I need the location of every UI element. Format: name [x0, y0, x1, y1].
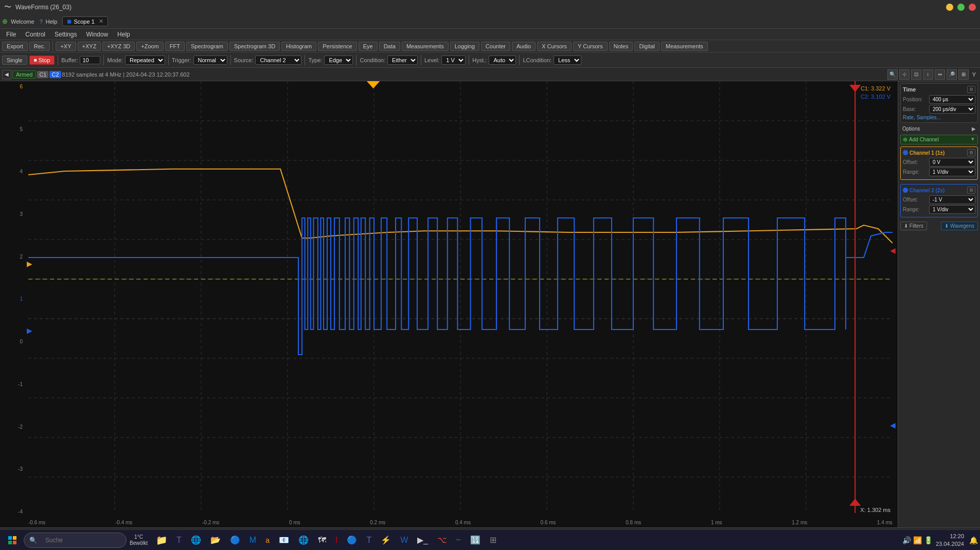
xcursors-btn[interactable]: X Cursors: [537, 42, 572, 51]
menu-help[interactable]: Help: [113, 30, 134, 39]
time-settings-btn[interactable]: ⚙: [967, 86, 975, 93]
condition-select[interactable]: Either: [387, 56, 418, 65]
start-btn[interactable]: [2, 531, 23, 549]
taskbar-teams-btn[interactable]: T: [172, 531, 186, 549]
cursor-h-btn[interactable]: ⇔: [935, 69, 945, 80]
taskbar-waveforms-btn[interactable]: ~: [452, 531, 465, 549]
maximize-btn[interactable]: [957, 4, 965, 11]
xyz3d-btn[interactable]: +XYZ 3D: [102, 42, 135, 51]
taskbar-edge-btn[interactable]: 🌐: [187, 531, 205, 549]
taskbar-clock: 12:20 23.04.2024: [936, 533, 966, 547]
menu-file[interactable]: File: [2, 30, 20, 39]
type-select[interactable]: Edge: [324, 56, 353, 65]
menu-window[interactable]: Window: [82, 30, 112, 39]
channel2-panel: Channel 2 (2±) ⚙ Offset: -1 V Range: 1 V…: [900, 184, 978, 217]
position-select[interactable]: 400 μs: [929, 95, 975, 104]
taskbar-terminal-btn[interactable]: ▶_: [413, 531, 432, 549]
ch1-offset-select[interactable]: 0 V: [929, 158, 975, 167]
taskbar-fileexplorer-btn[interactable]: 📁: [152, 531, 171, 549]
oscilloscope-plot[interactable]: 6 5 4 3 2 1 0 -1 -2 -3 -4 ▶ ▶: [0, 81, 898, 527]
add-channel-btn[interactable]: ⊕ Add Channel ▼: [900, 135, 978, 144]
audio-btn[interactable]: Audio: [512, 42, 536, 51]
counter-btn[interactable]: Counter: [481, 42, 510, 51]
ch1-range-select[interactable]: 1 V/div: [929, 168, 975, 176]
taskbar-git-btn[interactable]: ⌥: [433, 531, 451, 549]
zoom-btn[interactable]: +Zoom: [136, 42, 164, 51]
nav-left-btn[interactable]: ◀: [2, 70, 11, 79]
options-label: Options: [902, 126, 920, 132]
taskbar-vs-btn[interactable]: ⚡: [377, 531, 395, 549]
scope-tab[interactable]: ◼ Scope 1 ✕: [62, 16, 108, 26]
logging-btn[interactable]: Logging: [450, 42, 479, 51]
zoom-out-btn[interactable]: 🔎: [947, 69, 957, 80]
spectrogram-btn[interactable]: Spectrogram: [186, 42, 228, 51]
minimize-btn[interactable]: [946, 4, 953, 11]
taskbar-amazon-btn[interactable]: a: [261, 531, 274, 549]
taskbar-maps-btn[interactable]: 🗺: [314, 531, 330, 549]
close-btn[interactable]: [969, 4, 976, 11]
search-container[interactable]: 🔍: [24, 533, 127, 548]
welcome-btn[interactable]: ⊕ Welcome: [2, 17, 34, 25]
taskbar-mvp-btn[interactable]: M: [245, 531, 260, 549]
taskbar: 🔍 1°C Bewölkt 📁 T 🌐 📂 🔵 M a 📧 🌐 🗺 I 🔵 T …: [0, 529, 980, 550]
ch2-range-select[interactable]: 1 V/div: [929, 205, 975, 214]
y-label-2: 2: [1, 254, 25, 260]
histogram-btn[interactable]: Histogram: [281, 42, 316, 51]
menu-settings[interactable]: Settings: [50, 30, 81, 39]
xyz-btn[interactable]: +XYZ: [78, 42, 101, 51]
single-btn[interactable]: Single: [2, 56, 27, 65]
ch2-settings-btn[interactable]: ⚙: [967, 187, 975, 194]
ch2-offset-select[interactable]: -1 V: [929, 195, 975, 204]
taskbar-chrome3-btn[interactable]: 🔵: [343, 531, 361, 549]
persistence-btn[interactable]: Persistence: [318, 42, 357, 51]
select-btn[interactable]: ⊹: [899, 69, 910, 80]
taskbar-chrome-btn[interactable]: 🔵: [226, 531, 244, 549]
level-select[interactable]: 1 V: [441, 56, 466, 65]
xy-btn[interactable]: +XY: [56, 42, 76, 51]
spectrogram3d-btn[interactable]: Spectrogram 3D: [229, 42, 280, 51]
fit-btn[interactable]: ⊡: [911, 69, 921, 80]
taskbar-chrome2-btn[interactable]: 🌐: [294, 531, 313, 549]
stop-btn[interactable]: ■ Stop: [29, 56, 55, 65]
rate-samples-link[interactable]: Rate, Samples...: [903, 115, 975, 120]
digital-btn[interactable]: Digital: [634, 42, 660, 51]
base-select[interactable]: 200 μs/div: [929, 105, 975, 114]
taskbar-explorer2-btn[interactable]: 📂: [206, 531, 225, 549]
rec-btn[interactable]: Rec.: [29, 42, 50, 51]
taskbar-word-btn[interactable]: W: [396, 531, 412, 549]
measurements-btn[interactable]: Measurements: [402, 42, 449, 51]
menu-control[interactable]: Control: [21, 30, 49, 39]
taskbar-outlook-btn[interactable]: 📧: [275, 531, 293, 549]
c2-readout: C2: 3.102 V: [861, 94, 890, 100]
ycursors-btn[interactable]: Y Cursors: [573, 42, 608, 51]
taskbar-extra-btn[interactable]: ⊞: [486, 531, 501, 549]
data-btn[interactable]: Data: [379, 42, 400, 51]
help-btn[interactable]: ? Help: [40, 19, 58, 25]
trigger-select[interactable]: Normal: [193, 56, 227, 65]
time-title: Time: [903, 86, 916, 93]
ch1-settings-btn[interactable]: ⚙: [967, 149, 975, 156]
filters-btn[interactable]: ⬇ Filters: [900, 222, 927, 230]
ch1-header: Channel 1 (1±) ⚙: [903, 149, 975, 156]
search-input[interactable]: [40, 535, 112, 546]
notification-btn[interactable]: 🔔: [969, 536, 978, 544]
c1-readout: C1: 3.322 V: [861, 85, 890, 91]
taskbar-calc-btn[interactable]: 🔢: [466, 531, 485, 549]
auto-fit-btn[interactable]: ⊞: [958, 69, 969, 80]
measurements2-btn[interactable]: Measurements: [661, 42, 708, 51]
wavegens-btn[interactable]: ⬇ Wavegens: [941, 222, 978, 230]
lcondition-select[interactable]: Less: [554, 56, 581, 65]
eye-btn[interactable]: Eye: [359, 42, 378, 51]
source-select[interactable]: Channel 2: [255, 56, 301, 65]
taskbar-ide-btn[interactable]: I: [331, 531, 342, 549]
mode-select[interactable]: Repeated: [125, 56, 165, 65]
notes-btn[interactable]: Notes: [609, 42, 633, 51]
fft-btn[interactable]: FFT: [165, 42, 185, 51]
hyst-select[interactable]: Auto: [489, 56, 516, 65]
export-btn[interactable]: Export: [2, 42, 28, 51]
zoom-in-btn[interactable]: 🔍: [887, 69, 898, 80]
taskbar-teams2-btn[interactable]: T: [362, 531, 376, 549]
weather-widget: 1°C Bewölkt: [130, 534, 148, 546]
buffer-input[interactable]: [80, 56, 100, 64]
measure-btn[interactable]: ↕: [923, 69, 933, 80]
